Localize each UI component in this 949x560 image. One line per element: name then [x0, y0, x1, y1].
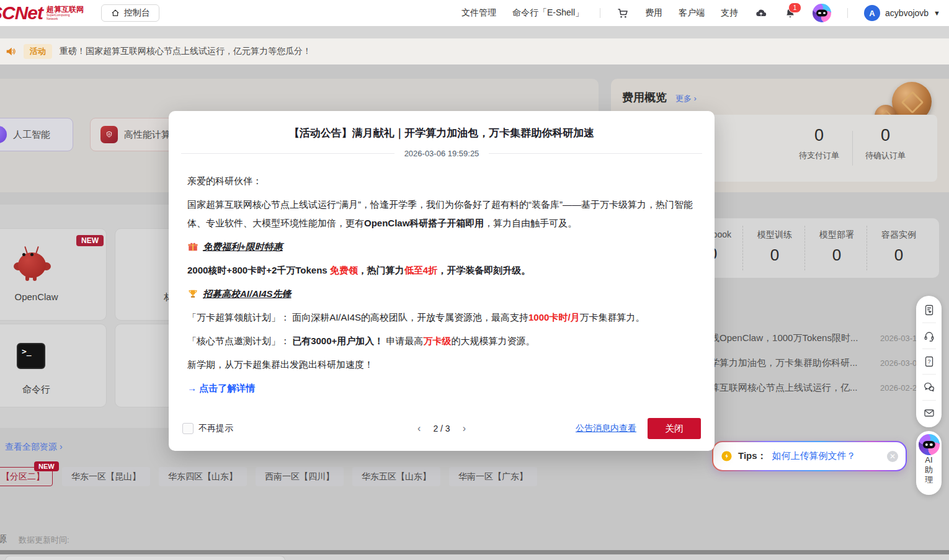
view-all-resources-link[interactable]: 查看全部资源 › [5, 442, 63, 453]
paragraph-intro: 国家超算互联网核心节点上线试运行“满月”，恰逢开学季，我们为你备好了超有料的“装… [187, 195, 696, 233]
ai-robot-avatar[interactable] [813, 4, 831, 22]
scnet-logo[interactable]: SCNet 超算互联网 SuperComputing Network [0, 2, 84, 24]
chevron-down-icon: ▼ [933, 9, 940, 17]
ai-assistant-avatar [919, 434, 940, 455]
modal-pager: ‹ 2 / 3 › [417, 423, 466, 434]
lightbulb-icon [721, 450, 733, 462]
activity-badge: 活动 [24, 44, 52, 59]
section-heading-recruit: 招募高校AI/AI4S先锋 [187, 285, 696, 303]
avatar: A [864, 5, 880, 21]
data-update-time-label: 数据更新时间: [19, 535, 69, 546]
ai-assistant-button[interactable]: AI 助 理 [916, 431, 942, 495]
region-tab[interactable]: 西南一区【四川】 [256, 467, 344, 486]
openclaw-app-card[interactable]: NEW OpenClaw [0, 228, 107, 321]
prev-page-icon[interactable]: ‹ [417, 423, 421, 434]
page-indicator: 2 / 3 [433, 424, 450, 433]
dont-show-checkbox[interactable] [182, 423, 194, 434]
nav-eshell[interactable]: 命令行「E-Shell」 [512, 7, 584, 19]
floating-toolbar: ? [916, 296, 942, 427]
announcement-modal: 【活动公告】满月献礼｜开学算力加油包，万卡集群助你科研加速 2026-03-06… [169, 111, 715, 451]
divider [867, 226, 867, 270]
modal-body: 亲爱的科研伙伴： 国家超算互联网核心节点上线试运行“满月”，恰逢开学季，我们为你… [169, 172, 715, 398]
ai-category-button[interactable]: 人工智能 [0, 118, 73, 151]
region-tab[interactable]: 华南一区【广东】 [449, 467, 537, 486]
wechat-icon[interactable] [923, 381, 935, 393]
pending-confirm-stat[interactable]: 0 待确认订单 [847, 126, 924, 161]
close-button[interactable]: 关闭 [648, 418, 701, 439]
nav-billing[interactable]: 费用 [645, 7, 662, 19]
resource-stats-card: Notebook 0 模型训练 0 模型部署 0 容器实例 0 [680, 218, 939, 278]
trophy-icon [187, 288, 198, 300]
tips-tooltip: Tips： 如何上传算例文件？ ✕ [712, 441, 907, 471]
user-menu[interactable]: A acybvojovb ▼ [864, 5, 940, 21]
close-icon[interactable]: ✕ [887, 451, 898, 462]
paragraph-benefits: 2000核时+800卡时+2千万Tokens 免费领，热门算力低至4折，开学装备… [187, 261, 696, 280]
speaker-icon [5, 46, 16, 57]
home-icon [110, 8, 120, 18]
region-tab[interactable]: 华东五区【山东】 [352, 467, 440, 486]
modal-footer: 不再提示 ‹ 2 / 3 › 公告消息内查看 关闭 [182, 416, 701, 441]
view-in-message-center-link[interactable]: 公告消息内查看 [576, 423, 636, 434]
bell-icon[interactable]: 1 [784, 7, 796, 19]
news-item[interactable]: 算互联网核心节点上线试运行，亿... 2026-02-2 [710, 378, 940, 397]
announcement-banner: 活动 重磅！国家超算互联网核心节点上线试运行，亿元算力等您瓜分！ [0, 38, 949, 64]
banner-text[interactable]: 重磅！国家超算互联网核心节点上线试运行，亿元算力等您瓜分！ [60, 46, 311, 57]
notification-badge: 1 [788, 2, 801, 13]
new-badge: NEW [76, 235, 104, 246]
paragraph-pilot-plan: 「万卡超算领航计划」： 面向深耕AI/AI4S的高校团队，开放专属资源池，最高支… [187, 308, 696, 327]
divider [600, 8, 600, 18]
details-link[interactable]: → 点击了解详情 [187, 379, 696, 398]
dont-show-label: 不再提示 [198, 423, 233, 434]
section-heading-benefits: 免费福利+限时特惠 [187, 238, 696, 256]
user-name: acybvojovb [885, 8, 929, 18]
modal-date-row: 2026-03-06 19:59:25 [181, 149, 702, 158]
app-label: 命令行 [0, 384, 106, 396]
paragraph-greeting: 亲爱的科研伙伴： [187, 172, 696, 190]
container-instance-stat[interactable]: 容器实例 0 [868, 218, 930, 278]
paragraph-invite-plan: 「核心节点邀测计划」： 已有3000+用户加入！ 申请最高万卡级的大规模算力资源… [187, 332, 696, 350]
gap-strip [0, 26, 949, 38]
survey-icon[interactable] [923, 304, 935, 316]
cart-icon[interactable] [617, 7, 629, 19]
region-tab[interactable]: 华东一区【昆山】 [62, 467, 150, 486]
mail-icon[interactable] [923, 407, 935, 419]
tips-link[interactable]: 如何上传算例文件？ [772, 450, 856, 462]
clipped-text-fragment: 源 [0, 533, 7, 545]
new-badge: NEW [34, 461, 59, 471]
page: SCNet 超算互联网 SuperComputing Network 控制台 文… [0, 0, 949, 560]
headset-icon[interactable] [923, 330, 935, 342]
help-doc-icon[interactable]: ? [923, 355, 935, 368]
svg-text:?: ? [927, 358, 930, 365]
next-page-icon[interactable]: › [463, 423, 466, 434]
divider [847, 8, 848, 18]
logo-text: SCNet [0, 2, 43, 24]
paragraph-closing: 新学期，从万卡超集群出发跑出科研加速度！ [187, 355, 696, 374]
cloud-upload-icon[interactable] [754, 7, 768, 19]
nav-client[interactable]: 客户端 [679, 7, 705, 19]
ai-label: 人工智能 [13, 129, 50, 141]
navbar-right: 文件管理 命令行「E-Shell」 费用 客户端 支持 1 A acybvojo… [461, 0, 940, 26]
logo-subtitle: 超算互联网 SuperComputing Network [47, 6, 84, 20]
model-deploy-stat[interactable]: 模型部署 0 [806, 218, 868, 278]
terminal-icon: >_ [17, 343, 45, 369]
clipped-card-edge [5, 556, 285, 560]
hpc-icon [100, 126, 118, 143]
news-item[interactable]: 学算力加油包，万卡集群助你科研... 2026-03-0 [710, 353, 940, 372]
ai-icon [0, 126, 7, 143]
region-tab[interactable]: 华东四区【山东】 [159, 467, 247, 486]
cli-app-card[interactable]: >_ 命令行 [0, 324, 107, 407]
fee-more-link[interactable]: 更多 › [675, 93, 697, 104]
modal-title: 【活动公告】满月献礼｜开学算力加油包，万卡集群助你科研加速 [169, 126, 715, 140]
news-item[interactable]: 线OpenClaw，1000万Tokens限时... 2026-03-1 [710, 329, 940, 347]
console-button[interactable]: 控制台 [101, 4, 159, 22]
nav-file-manager[interactable]: 文件管理 [461, 7, 496, 19]
horizontal-scrollbar[interactable] [0, 550, 949, 554]
hpc-label: 高性能计算 [124, 129, 171, 141]
console-label: 控制台 [124, 7, 150, 19]
nav-support[interactable]: 支持 [721, 7, 738, 19]
modal-datetime: 2026-03-06 19:59:25 [394, 149, 489, 158]
model-training-stat[interactable]: 模型训练 0 [744, 218, 806, 278]
top-navbar: SCNet 超算互联网 SuperComputing Network 控制台 文… [0, 0, 949, 26]
robot-face [816, 10, 827, 17]
divider [742, 226, 743, 270]
